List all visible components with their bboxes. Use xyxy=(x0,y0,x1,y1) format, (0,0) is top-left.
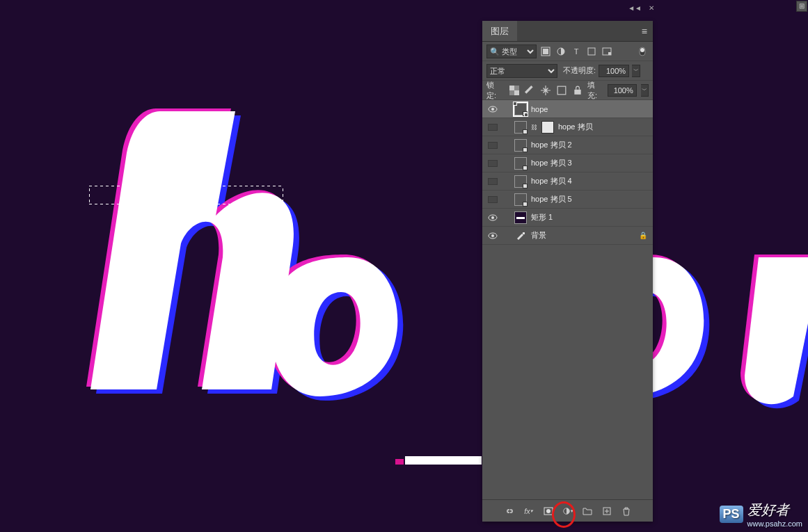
fill-value[interactable]: 100% xyxy=(608,84,636,97)
layer-row[interactable]: hope 拷贝 2 xyxy=(482,136,653,154)
eye-icon xyxy=(488,214,498,221)
layer-row[interactable]: hope 拷贝 4 xyxy=(482,172,653,191)
add-mask-icon[interactable] xyxy=(543,506,554,517)
svg-point-18 xyxy=(491,234,494,237)
visibility-empty-icon xyxy=(488,124,498,131)
canvas-artwork xyxy=(63,97,808,445)
lock-pixels-icon[interactable] xyxy=(524,84,536,97)
svg-point-7 xyxy=(640,48,644,52)
visibility-empty-icon xyxy=(488,160,498,167)
panel-collapse-icon[interactable]: ◄◄ xyxy=(628,4,642,12)
visibility-toggle[interactable] xyxy=(486,124,499,131)
svg-point-16 xyxy=(491,216,494,219)
visibility-toggle[interactable] xyxy=(486,232,499,239)
fill-chevron-icon[interactable]: ﹀ xyxy=(641,84,649,97)
visibility-toggle[interactable] xyxy=(486,178,499,185)
layer-thumb-shape-icon xyxy=(514,211,527,224)
filter-adjust-icon[interactable] xyxy=(555,45,567,58)
visibility-toggle[interactable] xyxy=(486,142,499,149)
selection-marquee[interactable] xyxy=(89,186,283,204)
layer-thumb-smart-icon xyxy=(514,193,527,206)
watermark: PS 爱好者 www.psahz.com xyxy=(720,501,803,528)
opacity-value[interactable]: 100% xyxy=(599,65,629,77)
layer-mask-thumb xyxy=(541,121,554,134)
layers-list: hope⛓hope 拷贝hope 拷贝 2hope 拷贝 3hope 拷贝 4h… xyxy=(482,100,653,499)
visibility-toggle[interactable] xyxy=(486,160,499,167)
layer-row[interactable]: 矩形 1 xyxy=(482,209,653,227)
filter-toggle-switch[interactable] xyxy=(636,45,649,58)
opacity-label: 不透明度: xyxy=(563,65,596,76)
blend-mode-row: 正常 不透明度: 100% ﹀ xyxy=(482,61,653,81)
link-layers-icon[interactable] xyxy=(504,506,515,517)
blend-mode-select[interactable]: 正常 xyxy=(486,64,557,78)
layer-row[interactable]: hope xyxy=(482,100,653,118)
panel-close-icon[interactable]: ✕ xyxy=(649,4,654,12)
visibility-empty-icon xyxy=(488,178,498,185)
visibility-empty-icon xyxy=(488,196,498,203)
tab-layers[interactable]: 图层 xyxy=(482,21,517,41)
fill-label: 填充: xyxy=(587,80,603,101)
layer-name: 矩形 1 xyxy=(531,212,553,223)
layer-thumb-smart-icon xyxy=(514,157,527,170)
layer-name: hope 拷贝 4 xyxy=(531,176,572,186)
layer-name: hope 拷贝 2 xyxy=(531,140,572,150)
link-icon: ⛓ xyxy=(531,124,537,131)
visibility-toggle[interactable] xyxy=(486,106,499,113)
lock-icon: 🔒 xyxy=(639,232,647,239)
lock-transparency-icon[interactable] xyxy=(508,84,520,97)
filter-type-select[interactable]: 🔍 类型 xyxy=(486,45,537,58)
eye-icon xyxy=(488,106,498,113)
layer-filter-row: 🔍 类型 T xyxy=(482,42,653,61)
layer-row[interactable]: hope 拷贝 3 xyxy=(482,154,653,172)
layer-name: hope 拷贝 5 xyxy=(531,194,572,204)
layer-thumb-smart-icon xyxy=(514,121,527,134)
lock-row: 锁定: 填充: 100% ﹀ xyxy=(482,81,653,100)
svg-rect-12 xyxy=(574,89,580,94)
layer-row[interactable]: ⛓hope 拷贝 xyxy=(482,118,653,136)
visibility-toggle[interactable] xyxy=(486,196,499,203)
adjustment-layer-icon[interactable]: ▾ xyxy=(562,506,573,517)
eye-icon xyxy=(488,232,498,239)
svg-rect-19 xyxy=(523,232,525,234)
lock-all-icon[interactable] xyxy=(571,84,583,97)
svg-point-21 xyxy=(546,509,550,513)
panel-menu-icon[interactable]: ≡ xyxy=(636,26,653,37)
filter-smart-icon[interactable] xyxy=(601,45,613,58)
filter-text-icon[interactable]: T xyxy=(570,45,583,58)
layer-name: hope 拷贝 3 xyxy=(531,158,572,168)
svg-rect-1 xyxy=(543,49,548,54)
layer-thumb-smart-icon xyxy=(514,139,527,152)
layer-thumb-smart-icon xyxy=(514,175,527,188)
layer-row[interactable]: hope 拷贝 5 xyxy=(482,191,653,209)
new-group-icon[interactable] xyxy=(582,506,593,517)
svg-rect-3 xyxy=(588,48,595,55)
lock-label: 锁定: xyxy=(486,80,502,101)
svg-rect-11 xyxy=(557,86,566,95)
properties-collapsed-icon[interactable]: ⊞ xyxy=(796,1,807,12)
layers-panel: ◄◄ ✕ 图层 ≡ 🔍 类型 T 正常 不透明度: 100% ﹀ 锁定: 填充:… xyxy=(482,21,653,522)
opacity-chevron-icon[interactable]: ﹀ xyxy=(632,65,640,77)
svg-rect-10 xyxy=(514,90,519,95)
layer-thumb-smart-icon xyxy=(514,103,527,115)
lock-position-icon[interactable] xyxy=(540,84,552,97)
watermark-badge: PS xyxy=(720,506,743,523)
new-layer-icon[interactable] xyxy=(601,506,612,517)
layer-name: 背景 xyxy=(531,230,546,241)
filter-shape-icon[interactable] xyxy=(585,45,598,58)
lock-artboard-icon[interactable] xyxy=(556,84,568,97)
layer-thumb-brush-icon xyxy=(514,229,527,242)
panel-footer: fx▾ ▾ xyxy=(482,499,653,522)
watermark-title: 爱好者 xyxy=(747,502,789,517)
layer-name: hope 拷贝 xyxy=(558,122,593,132)
svg-rect-5 xyxy=(608,52,611,55)
delete-layer-icon[interactable] xyxy=(621,506,632,517)
watermark-url: www.psahz.com xyxy=(747,519,802,528)
svg-rect-9 xyxy=(509,86,514,90)
visibility-empty-icon xyxy=(488,142,498,149)
visibility-toggle[interactable] xyxy=(486,214,499,221)
svg-point-14 xyxy=(491,108,494,111)
layer-row[interactable]: 背景🔒 xyxy=(482,227,653,245)
filter-pixel-icon[interactable] xyxy=(539,45,552,58)
panel-tabs: 图层 ≡ xyxy=(482,21,653,42)
layer-fx-icon[interactable]: fx▾ xyxy=(523,506,534,517)
